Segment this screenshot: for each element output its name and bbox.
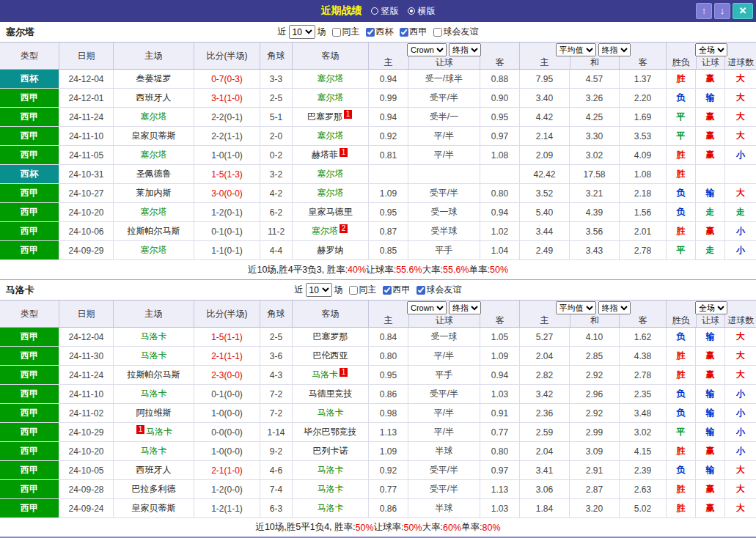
final-odds-select[interactable]: 终指 [598,43,631,56]
team-link[interactable]: 马洛卡 [318,483,344,495]
competition-filter[interactable]: 西甲 [396,26,427,38]
close-icon: ✕ [739,5,747,16]
filter-checkbox[interactable] [332,28,341,37]
final-odds-select[interactable]: 终指 [598,301,631,314]
average-select[interactable]: 平均值 [556,43,596,56]
layout-option-vertical[interactable]: 竖版 [371,5,399,18]
filter-checkbox[interactable] [416,286,425,295]
scope-select[interactable]: 全场 [695,301,727,314]
competition-filter[interactable]: 西甲 [379,284,411,296]
team-link[interactable]: 马洛卡 [141,350,167,362]
team-link[interactable]: 皇家贝蒂斯 [132,130,176,142]
team-link[interactable]: 阿拉维斯 [136,407,172,419]
team-link[interactable]: 巴塞罗那 [313,331,348,343]
team-link[interactable]: 马洛卡 [318,464,344,476]
team-link[interactable]: 赫罗纳 [318,244,344,257]
team-link[interactable]: 马德里竞技 [309,388,353,400]
team-link[interactable]: 马洛卡 [141,331,167,343]
filter-checkbox[interactable] [400,28,408,37]
result-outcome: 平 [666,423,695,441]
team-link[interactable]: 莱加内斯 [136,187,172,199]
team-link[interactable]: 皇家贝蒂斯 [132,502,176,515]
recent-count-select[interactable]: 10 [306,283,332,297]
layout-option-horizontal[interactable]: 横版 [408,5,436,18]
match-row: 西甲24-12-04马洛卡1-5(1-1)2-5巴塞罗那0.84受一球1.055… [0,328,756,347]
team-link[interactable]: 马洛卡 [141,388,167,400]
recent-results-panel: 近期战绩 竖版 横版 ↑ ↓ ✕ 塞尔塔近10场同主西杯西甲球会友谊类型日期主场… [0,0,756,538]
team-link[interactable]: 塞尔塔 [318,92,344,104]
team-link[interactable]: 塞尔塔 [318,73,344,85]
team-link[interactable]: 巴伦西亚 [313,350,348,362]
avg-away-odds: 3.02 [619,423,666,441]
final-score: 2-1(1-0) [194,461,260,479]
team-link[interactable]: 拉斯帕尔马斯 [128,225,180,237]
team-link[interactable]: 西班牙人 [136,92,172,104]
team-link[interactable]: 马洛卡 [318,502,344,515]
team-link[interactable]: 塞尔塔 [318,130,344,142]
competition-filter[interactable]: 同主 [345,284,377,296]
team-name[interactable]: 马洛卡 [6,284,34,297]
summary-segment: 大率: [422,521,443,534]
team-link[interactable]: 马洛卡 [318,407,344,419]
away-odds: 0.94 [480,366,519,384]
result-handicap: 赢 [695,146,724,164]
team-link[interactable]: 马洛卡 [146,426,172,438]
competition-filter[interactable]: 球会友谊 [430,26,479,38]
avg-home-odds: 3.41 [519,461,569,479]
close-button[interactable]: ✕ [733,3,753,19]
away-odds: 0.95 [480,108,519,126]
team-link[interactable]: 塞尔塔 [141,149,167,161]
record-summary: 近10场,胜5平1负4, 胜率:50% 让球率:50% 大率:60% 单率:80… [0,518,756,538]
competition-filter[interactable]: 球会友谊 [413,284,462,296]
filter-checkbox[interactable] [433,28,442,37]
team-link[interactable]: 赫塔菲 [312,149,338,161]
team-link[interactable]: 塞尔塔 [141,244,167,257]
avg-home-odds: 3.42 [519,385,569,403]
team-link[interactable]: 巴列卡诺 [313,445,348,457]
team-link[interactable]: 毕尔巴鄂竞技 [304,426,357,438]
filter-checkbox[interactable] [366,28,375,37]
team-link[interactable]: 塞尔塔 [141,111,167,123]
team-link[interactable]: 叁蒌堤罗 [136,73,172,85]
competition-filter[interactable]: 同主 [329,26,360,38]
team-link[interactable]: 塞尔塔 [141,206,167,218]
avg-draw-odds: 4.57 [569,70,619,88]
competition-filter[interactable]: 西杯 [362,26,394,38]
recent-count-select[interactable]: 10 [289,25,315,39]
final-odds-select[interactable]: 终指 [449,301,481,314]
team-link[interactable]: 圣佩德鲁 [136,168,172,180]
avg-home-odds: 3.40 [519,89,569,107]
team-link[interactable]: 巴拉多利德 [132,483,176,495]
scroll-down-button[interactable]: ↓ [714,3,730,19]
summary-segment: 50% [490,265,508,275]
team-link[interactable]: 塞尔塔 [312,225,338,237]
home-team: 西班牙人 [113,461,194,479]
team-link[interactable]: 拉斯帕尔马斯 [128,369,180,381]
team-link[interactable]: 西班牙人 [136,464,172,476]
team-link[interactable]: 塞尔塔 [318,187,344,199]
result-goals: 大 [724,461,756,479]
team-link[interactable]: 皇家马德里 [309,206,353,218]
scroll-up-button[interactable]: ↑ [696,3,712,19]
final-odds-select[interactable]: 终指 [449,43,481,56]
result-outcome: 胜 [666,366,695,384]
scope-select[interactable]: 全场 [695,43,727,56]
away-team: 塞尔塔 [292,89,368,107]
bookmaker-select[interactable]: Crown [407,43,447,56]
section-controls: 塞尔塔近10场同主西杯西甲球会友谊 [0,22,756,42]
bookmaker-select[interactable]: Crown [407,301,447,314]
team-link[interactable]: 塞尔塔 [318,168,344,180]
team-link[interactable]: 马洛卡 [141,445,167,457]
avg-draw-odds: 2.85 [569,347,619,365]
away-team: 塞尔塔2 [292,222,368,240]
team-link[interactable]: 马洛卡 [312,369,338,381]
average-select[interactable]: 平均值 [556,301,596,314]
corners: 4-3 [260,366,292,384]
filter-checkbox[interactable] [349,286,358,295]
team-name[interactable]: 塞尔塔 [6,26,34,39]
competition-type: 西甲 [0,423,59,441]
match-date: 24-10-06 [59,222,113,240]
team-link[interactable]: 巴塞罗那 [307,111,342,123]
result-handicap: 走 [695,203,724,221]
filter-checkbox[interactable] [383,286,392,295]
